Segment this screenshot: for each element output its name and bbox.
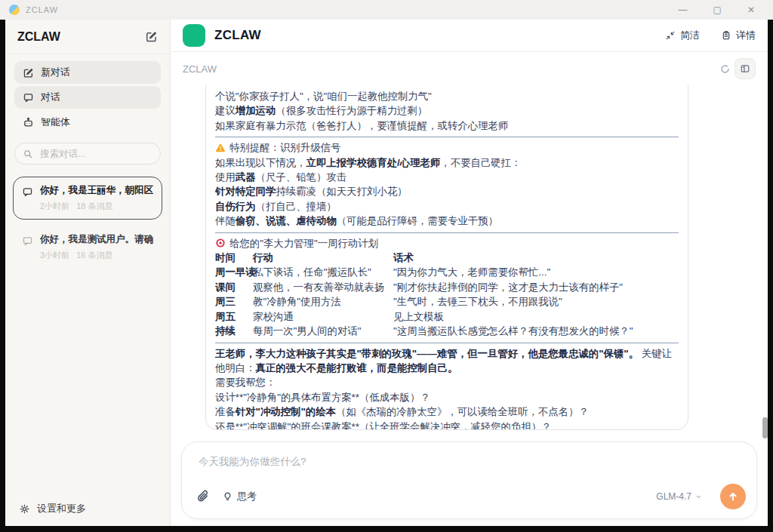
compact-mode-label: 简洁 [680,29,700,42]
message-line: 还是**"冲突调解"的班会课教案**（让全班学会解决冲突，减轻您的负担）？ [215,420,679,430]
minimize-button[interactable]: — [679,5,688,14]
sidebar-item-label: 新对话 [41,66,70,79]
thinking-label: 思考 [237,490,257,503]
new-chat-compose-button[interactable] [145,30,158,43]
sidebar-item-1[interactable]: 对话 [14,86,161,109]
table-cell: 周一早读 [215,265,253,279]
text: 特别提醒：识别升级信号 [229,140,340,155]
table-cell: 持续 [215,324,253,338]
bold-text: 偷窃、说谎、虐待动物 [236,215,337,226]
table-cell: 观察他，一有友善举动就表扬 [253,280,393,294]
scrollbar-thumb[interactable] [762,417,768,438]
os-titlebar: ZCLAW — ▢ ✕ [0,0,773,20]
conversation-meta: 3小时前16 条消息 [40,250,153,261]
model-name: GLM-4.7 [656,491,691,502]
table-cell: 课间 [215,280,253,294]
main-header: ZCLAW 简洁 详情 [171,20,768,52]
arrow-up-icon [727,490,739,503]
brand-name: ZCLAW [214,28,261,43]
text: 还是**"冲突调解"的班会课教案**（让全班学会解决冲突，减轻您的负担）？ [215,421,551,430]
details-label: 详情 [736,29,756,42]
side-panel-toggle-button[interactable] [735,58,756,79]
message-line: 个说"你家孩子打人"，说"咱们一起教他控制力气" [215,89,679,103]
bold-text: 针对"冲动控制"的绘本 [236,406,336,417]
sidebar-item-0[interactable]: 新对话 [14,61,161,84]
clipboard-icon [721,30,731,41]
table-cell: "刚才你扶起摔倒的同学，这才是大力士该有的样子" [393,280,623,294]
sidebar-item-2[interactable]: 智能体 [14,111,161,134]
chevron-down-icon [694,493,703,501]
table-header-cell: 行动 [253,251,393,265]
send-button[interactable] [720,484,746,509]
divider [215,232,679,233]
message-line: 设计**"冷静角"的具体布置方案**（低成本版）？ [215,390,679,404]
conversation-count: 16 条消息 [76,250,112,261]
text: 如果出现以下情况， [215,157,306,168]
message-line: 如果出现以下情况，立即上报学校德育处/心理老师，不要自己硬扛： [215,155,679,170]
conversation-subheader: ZCLAW [171,52,768,85]
table-row: 周一早读私下谈话，任命"搬运队长""因为你力气大，老师需要你帮忙..." [215,265,679,279]
conversation-item[interactable]: 你好，我是王丽华，朝阳区...2小时前18 条消息 [13,177,162,220]
message-line: 给您的"李大力管理"一周行动计划 [215,236,679,251]
message-line: 使用武器（尺子、铅笔）攻击 [215,170,679,184]
sidebar-title: ZCLAW [17,30,60,44]
conversation-meta: 2小时前18 条消息 [40,201,153,212]
bold-text: 增加运动 [236,105,276,116]
compose-icon [23,67,34,78]
text: 持续霸凌（如天天打刘小花） [276,186,407,197]
close-button[interactable]: ✕ [747,5,755,14]
message-line: 伴随偷窃、说谎、虐待动物（可能是品行障碍，需要专业干预） [215,214,679,228]
search-input[interactable] [38,148,152,160]
text: 如果家庭有暴力示范（爸爸打人），要谨慎提醒，或转介心理老师 [215,120,508,131]
conversation-count: 18 条消息 [76,201,112,212]
assistant-message-bubble: 个说"你家孩子打人"，说"咱们一起教他控制力气"建议增加运动（很多攻击性行为源于… [205,85,688,430]
message-line: 特别提醒：识别升级信号 [215,140,679,155]
conversation-title: 你好，我是王丽华，朝阳区... [40,184,153,197]
text: （打自己、撞墙） [256,201,337,212]
lightbulb-icon [222,491,233,503]
history-icon[interactable] [719,63,731,75]
text: 使用 [215,171,236,183]
search-box[interactable] [14,143,161,165]
settings-and-more-button[interactable]: 设置和更多 [5,491,170,526]
target-icon [215,238,226,248]
table-cell: 每周一次"男人间的对话" [253,324,393,338]
table-cell: 周五 [215,309,253,324]
search-icon [23,149,33,159]
bold-text: 立即上报学校德育处/心理老师 [306,157,441,168]
table-cell: 教"冷静角"使用方法 [253,294,393,309]
divider [215,137,679,137]
attachment-paperclip-icon[interactable] [197,490,211,503]
bold-text: 王老师，李大力这种孩子其实是"带刺的玫瑰"——难管，但一旦管好，他是您最忠诚的"… [215,348,639,359]
message-line: 针对特定同学持续霸凌（如天天打刘小花） [215,184,679,198]
compact-mode-button[interactable]: 简洁 [665,29,700,42]
table-header-cell: 时间 [215,251,253,265]
text: 建议 [215,105,236,116]
text: 伴随 [215,215,236,226]
text: 准备 [215,406,236,417]
message-line: 需要我帮您： [215,375,679,389]
text: （尺子、铅笔）攻击 [256,171,347,183]
bold-text: 自伤行为 [215,201,256,212]
bold-text: 真正的强大不是能打败谁，而是能控制自己。 [256,362,458,374]
table-row: 课间观察他，一有友善举动就表扬"刚才你扶起摔倒的同学，这才是大力士该有的样子" [215,280,679,294]
sidebar-item-label: 智能体 [41,115,70,129]
message-line: 王老师，李大力这种孩子其实是"带刺的玫瑰"——难管，但一旦管好，他是您最忠诚的"… [215,346,679,376]
chat-area: 个说"你家孩子打人"，说"咱们一起教他控制力气"建议增加运动（很多攻击性行为源于… [171,85,768,441]
message-line: 如果家庭有暴力示范（爸爸打人），要谨慎提醒，或转介心理老师 [215,118,679,133]
text: （很多攻击性行为源于精力过剩） [276,105,427,116]
table-header-cell: 话术 [393,251,414,265]
message-input[interactable] [197,455,741,468]
maximize-button[interactable]: ▢ [713,5,722,14]
model-selector[interactable]: GLM-4.7 [656,491,703,502]
bold-text: 武器 [236,171,256,183]
conversation-time: 3小时前 [40,250,69,261]
thinking-toggle[interactable]: 思考 [222,490,257,503]
details-button[interactable]: 详情 [721,29,756,42]
message-line: 准备针对"冲动控制"的绘本（如《杰瑞的冷静太空》，可以读给全班听，不点名）？ [215,404,679,419]
text: 个说"你家孩子打人"，说"咱们一起教他控制力气" [215,91,432,102]
conversation-title: 你好，我是测试用户。请确... [40,233,153,246]
text: ，不要自己硬扛： [440,157,521,168]
table-cell: 见上文模板 [393,309,444,324]
conversation-item[interactable]: 你好，我是测试用户。请确...3小时前16 条消息 [13,226,162,269]
